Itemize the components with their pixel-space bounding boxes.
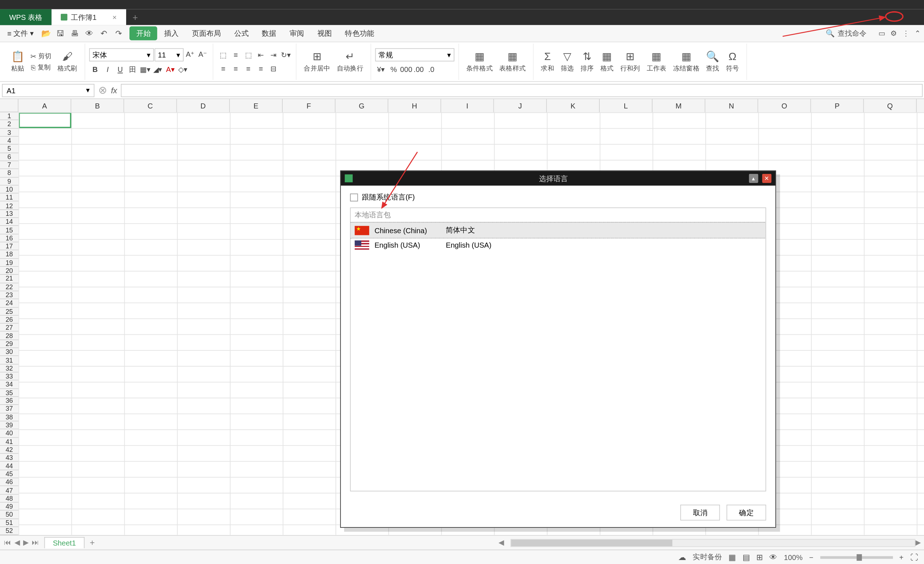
col-header-D[interactable]: D xyxy=(177,99,230,112)
row-header-44[interactable]: 44 xyxy=(0,462,18,470)
merge-center-button[interactable]: ⊞合并居中 xyxy=(300,49,333,75)
strikethrough-button[interactable]: 田 xyxy=(127,63,139,75)
col-header-J[interactable]: J xyxy=(494,99,547,112)
file-menu[interactable]: ≡文件▾ xyxy=(4,27,37,40)
cancel-button[interactable]: 取消 xyxy=(680,505,720,520)
sum-button[interactable]: Σ求和 xyxy=(537,49,557,74)
row-header-26[interactable]: 26 xyxy=(0,316,18,324)
row-header-11[interactable]: 11 xyxy=(0,194,18,202)
row-header-30[interactable]: 30 xyxy=(0,348,18,356)
row-header-35[interactable]: 35 xyxy=(0,388,18,397)
copy-button[interactable]: ⎘复制 xyxy=(28,62,54,73)
conditional-format-button[interactable]: ▦条件格式 xyxy=(463,49,496,75)
new-tab-button[interactable]: + xyxy=(126,9,144,25)
scrollbar-thumb[interactable] xyxy=(511,539,673,546)
row-header-45[interactable]: 45 xyxy=(0,470,18,478)
col-header-N[interactable]: N xyxy=(705,99,758,112)
col-header-E[interactable]: E xyxy=(230,99,283,112)
row-header-20[interactable]: 20 xyxy=(0,267,18,275)
row-header-10[interactable]: 10 xyxy=(0,186,18,194)
app-tab[interactable]: WPS 表格 xyxy=(0,9,52,25)
font-color-button[interactable]: A▾ xyxy=(165,63,176,75)
currency-button[interactable]: ¥▾ xyxy=(375,63,387,75)
font-size-select[interactable]: 11▾ xyxy=(155,48,184,62)
col-header-A[interactable]: A xyxy=(18,99,71,112)
row-header-17[interactable]: 17 xyxy=(0,243,18,250)
collapse-ribbon-icon[interactable]: ⌃ xyxy=(915,29,920,38)
row-col-button[interactable]: ⊞行和列 xyxy=(617,49,643,75)
filter-button[interactable]: ▽筛选 xyxy=(557,49,578,75)
row-header-29[interactable]: 29 xyxy=(0,340,18,348)
sheet-first-icon[interactable]: ⏮ xyxy=(4,538,11,547)
fill-color-button[interactable]: ◢▾ xyxy=(152,63,164,75)
indent-increase-button[interactable]: ⇥ xyxy=(267,49,279,61)
format-button[interactable]: ▦格式 xyxy=(597,49,617,75)
row-header-43[interactable]: 43 xyxy=(0,454,18,462)
normal-view-icon[interactable]: ▦ xyxy=(728,552,736,562)
fx-icon[interactable]: fx xyxy=(111,86,117,95)
row-header-21[interactable]: 21 xyxy=(0,275,18,283)
row-header-38[interactable]: 38 xyxy=(0,413,18,421)
row-header-24[interactable]: 24 xyxy=(0,299,18,307)
row-header-15[interactable]: 15 xyxy=(0,226,18,234)
col-header-B[interactable]: B xyxy=(71,99,124,112)
col-header-I[interactable]: I xyxy=(441,99,494,112)
italic-button[interactable]: I xyxy=(102,63,114,75)
page-layout-icon[interactable]: ▤ xyxy=(742,552,750,562)
row-header-32[interactable]: 32 xyxy=(0,364,18,372)
select-all-corner[interactable] xyxy=(0,99,18,112)
row-header-42[interactable]: 42 xyxy=(0,446,18,454)
table-style-button[interactable]: ▦表格样式 xyxy=(496,49,529,75)
row-header-52[interactable]: 52 xyxy=(0,527,18,535)
format-painter-button[interactable]: 🖌格式刷 xyxy=(54,49,81,74)
find-button[interactable]: 🔍查找 xyxy=(703,49,723,75)
row-header-40[interactable]: 40 xyxy=(0,429,18,438)
menu-tab-6[interactable]: 视图 xyxy=(310,26,338,40)
align-middle-button[interactable]: ≡ xyxy=(230,49,242,61)
decrease-font-button[interactable]: A⁻ xyxy=(196,48,208,60)
close-tab-icon[interactable]: × xyxy=(112,14,117,21)
align-top-button[interactable]: ⬚ xyxy=(217,49,229,61)
hscroll-right-icon[interactable]: ▶ xyxy=(915,538,921,547)
number-format-select[interactable]: 常规▾ xyxy=(375,48,454,62)
sheet-next-icon[interactable]: ▶ xyxy=(23,538,28,547)
col-header-O[interactable]: O xyxy=(758,99,811,112)
row-header-50[interactable]: 50 xyxy=(0,511,18,519)
formula-bar[interactable] xyxy=(121,84,922,97)
decrease-decimal-button[interactable]: .0 xyxy=(426,63,437,75)
row-header-19[interactable]: 19 xyxy=(0,258,18,267)
row-header-25[interactable]: 25 xyxy=(0,307,18,315)
row-header-39[interactable]: 39 xyxy=(0,421,18,429)
merge-across-button[interactable]: ⊟ xyxy=(267,63,279,75)
reading-view-icon[interactable]: 👁 xyxy=(769,552,777,562)
preview-icon[interactable]: 👁 xyxy=(85,28,94,38)
page-break-icon[interactable]: ⊞ xyxy=(756,552,763,562)
row-header-12[interactable]: 12 xyxy=(0,202,18,210)
row-header-23[interactable]: 23 xyxy=(0,291,18,299)
active-cell[interactable] xyxy=(18,112,71,128)
row-header-41[interactable]: 41 xyxy=(0,438,18,446)
menu-tab-2[interactable]: 页面布局 xyxy=(185,26,227,40)
row-header-13[interactable]: 13 xyxy=(0,210,18,218)
settings-icon[interactable]: ⚙ xyxy=(890,29,897,38)
row-header-4[interactable]: 4 xyxy=(0,136,18,145)
comma-button[interactable]: 000 xyxy=(400,63,412,75)
doc-tab[interactable]: 工作簿1× xyxy=(52,9,126,25)
col-header-L[interactable]: L xyxy=(600,99,652,112)
add-sheet-button[interactable]: + xyxy=(90,538,95,548)
menu-tab-3[interactable]: 公式 xyxy=(227,26,255,40)
worksheet-button[interactable]: ▦工作表 xyxy=(643,49,669,75)
row-header-33[interactable]: 33 xyxy=(0,372,18,380)
follow-system-checkbox[interactable]: 跟随系统语言(F) xyxy=(350,192,766,202)
row-header-2[interactable]: 2 xyxy=(0,120,18,128)
row-header-3[interactable]: 3 xyxy=(0,129,18,136)
backup-icon[interactable]: ☁ xyxy=(678,552,686,562)
row-header-31[interactable]: 31 xyxy=(0,356,18,364)
col-header-M[interactable]: M xyxy=(652,99,705,112)
row-header-48[interactable]: 48 xyxy=(0,495,18,502)
hscroll-left-icon[interactable]: ◀ xyxy=(498,538,504,547)
cut-button[interactable]: ✂剪切 xyxy=(28,51,54,62)
print-icon[interactable]: 🖶 xyxy=(70,28,80,38)
row-header-6[interactable]: 6 xyxy=(0,153,18,161)
col-header-C[interactable]: C xyxy=(124,99,177,112)
